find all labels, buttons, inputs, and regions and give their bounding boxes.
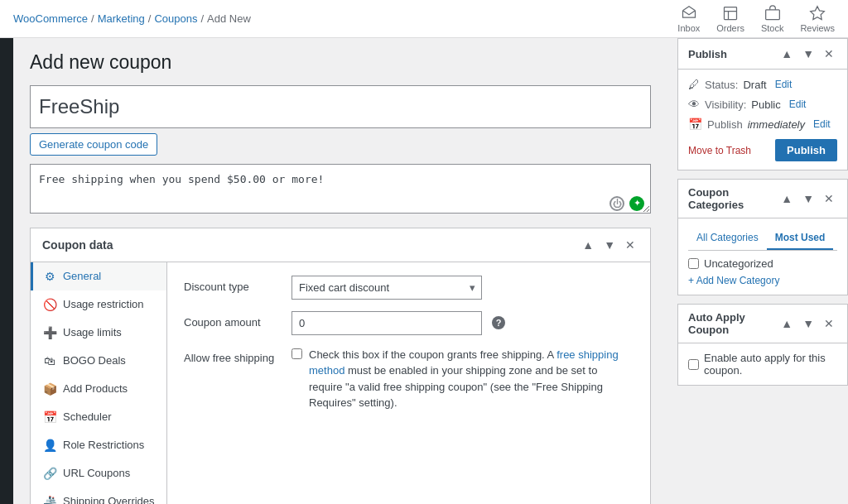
nav-add-products[interactable]: 📦 Add Products <box>31 375 166 403</box>
categories-box-header: Coupon Categories ▲ ▼ ✕ <box>678 180 847 218</box>
free-shipping-row: Allow free shipping Check this box if th… <box>184 347 634 411</box>
nav-shipping-overrides[interactable]: 🚢 Shipping Overrides <box>31 487 166 504</box>
description-power-icon[interactable]: ⏻ <box>610 196 624 211</box>
nav-orders[interactable]: Orders <box>716 5 744 33</box>
category-uncategorized-label: Uncategorized <box>704 257 773 270</box>
publish-button[interactable]: Publish <box>775 139 837 161</box>
auto-apply-close[interactable]: ✕ <box>821 315 837 332</box>
discount-type-field: Percentage discount Fixed cart discount … <box>292 276 634 300</box>
categories-collapse-down[interactable]: ▼ <box>799 190 817 207</box>
add-new-category-link[interactable]: + Add New Category <box>688 275 837 286</box>
usage-limits-icon: ➕ <box>43 326 56 339</box>
free-shipping-method-link[interactable]: free shipping method <box>309 348 619 377</box>
main-wrapper: Add new coupon Generate coupon code Free… <box>13 38 848 504</box>
shipping-overrides-icon: 🚢 <box>43 495 56 504</box>
free-shipping-field: Check this box if the coupon grants free… <box>292 347 634 411</box>
publish-close[interactable]: ✕ <box>821 46 837 62</box>
coupon-amount-row: Coupon amount ? <box>184 311 634 335</box>
auto-apply-collapse-down[interactable]: ▼ <box>799 315 817 332</box>
auto-apply-checkbox[interactable] <box>688 359 699 370</box>
status-edit-link[interactable]: Edit <box>775 79 793 90</box>
add-products-icon: 📦 <box>43 382 56 396</box>
publish-time-edit-link[interactable]: Edit <box>813 118 831 130</box>
tab-most-used[interactable]: Most Used <box>767 227 834 250</box>
coupon-data-section: Coupon data ▲ ▼ ✕ ⚙ General 🚫 Usage r <box>30 228 651 504</box>
help-icon: ? <box>492 316 505 329</box>
description-wrapper: Free shipping when you spend $50.00 or m… <box>30 164 651 216</box>
free-shipping-label: Allow free shipping <box>184 347 292 364</box>
coupon-data-body: ⚙ General 🚫 Usage restriction ➕ Usage li… <box>31 262 650 504</box>
discount-type-label: Discount type <box>184 276 292 293</box>
visibility-value: Public <box>751 98 780 111</box>
status-icon: 🖊 <box>688 78 700 91</box>
nav-usage-limits[interactable]: ➕ Usage limits <box>31 319 166 347</box>
visibility-icon: 👁 <box>688 98 700 111</box>
status-row: 🖊 Status: Draft Edit <box>688 78 837 91</box>
coupon-amount-label: Coupon amount <box>184 311 292 329</box>
status-value: Draft <box>743 79 766 91</box>
discount-type-select[interactable]: Percentage discount Fixed cart discount … <box>292 276 482 300</box>
nav-stock[interactable]: Stock <box>761 5 784 33</box>
coupon-code-input[interactable] <box>30 85 651 128</box>
category-uncategorized-checkbox[interactable] <box>688 258 699 269</box>
coupon-data-header: Coupon data ▲ ▼ ✕ <box>31 228 650 262</box>
generate-coupon-button[interactable]: Generate coupon code <box>30 133 157 156</box>
auto-apply-collapse-up[interactable]: ▲ <box>778 315 796 332</box>
usage-restriction-icon: 🚫 <box>43 298 56 311</box>
categories-collapse-up[interactable]: ▲ <box>778 190 796 207</box>
nav-inbox[interactable]: Inbox <box>677 5 700 33</box>
bogo-icon: 🛍 <box>43 354 56 367</box>
svg-rect-0 <box>725 7 737 19</box>
nav-bogo-deals[interactable]: 🛍 BOGO Deals <box>31 347 166 375</box>
publish-time: immediately <box>748 118 805 131</box>
publish-row: Move to Trash Publish <box>688 139 837 161</box>
categories-close[interactable]: ✕ <box>821 190 837 207</box>
nav-general[interactable]: ⚙ General <box>31 262 166 290</box>
auto-apply-label: Enable auto apply for this coupon. <box>704 352 837 377</box>
auto-apply-box: Auto Apply Coupon ▲ ▼ ✕ Enable auto appl… <box>677 304 848 386</box>
breadcrumb-current: Add New <box>207 12 251 25</box>
nav-reviews[interactable]: Reviews <box>800 5 835 33</box>
coupon-data-title: Coupon data <box>42 238 113 252</box>
coupon-nav: ⚙ General 🚫 Usage restriction ➕ Usage li… <box>31 262 167 504</box>
collapse-down-button[interactable]: ▼ <box>600 237 619 253</box>
close-button[interactable]: ✕ <box>622 237 638 253</box>
svg-rect-1 <box>765 9 779 19</box>
breadcrumb: WooCommerce / Marketing / Coupons / Add … <box>13 12 251 25</box>
visibility-edit-link[interactable]: Edit <box>789 98 807 110</box>
calendar-icon: 📅 <box>688 118 702 131</box>
auto-apply-checkbox-row: Enable auto apply for this coupon. <box>688 352 837 377</box>
breadcrumb-marketing[interactable]: Marketing <box>98 12 145 25</box>
publish-box-controls: ▲ ▼ ✕ <box>778 46 837 62</box>
nav-scheduler[interactable]: 📅 Scheduler <box>31 403 166 431</box>
category-uncategorized: Uncategorized <box>688 257 837 270</box>
publish-box-header: Publish ▲ ▼ ✕ <box>678 39 847 70</box>
publish-collapse-up[interactable]: ▲ <box>778 46 796 62</box>
status-label: Status: <box>705 79 738 91</box>
move-to-trash-link[interactable]: Move to Trash <box>688 145 751 156</box>
visibility-label: Visibility: <box>705 98 746 111</box>
auto-apply-box-body: Enable auto apply for this coupon. <box>678 343 847 385</box>
scheduler-icon: 📅 <box>43 410 56 424</box>
publish-box: Publish ▲ ▼ ✕ 🖊 Status: Draft Edit 👁 Vis… <box>677 38 848 170</box>
coupon-amount-input[interactable] <box>292 311 482 335</box>
breadcrumb-coupons[interactable]: Coupons <box>154 12 197 25</box>
description-ai-icon[interactable]: ✦ <box>629 196 644 211</box>
tab-all-categories[interactable]: All Categories <box>688 227 767 250</box>
collapse-up-button[interactable]: ▲ <box>579 237 597 253</box>
top-bar: WooCommerce / Marketing / Coupons / Add … <box>0 0 848 38</box>
discount-type-select-wrapper: Percentage discount Fixed cart discount … <box>292 276 482 300</box>
breadcrumb-woocommerce[interactable]: WooCommerce <box>13 12 88 25</box>
categories-box-title: Coupon Categories <box>688 186 778 211</box>
nav-role-restrictions[interactable]: 👤 Role Restrictions <box>31 431 166 459</box>
page-title: Add new coupon <box>30 51 651 74</box>
nav-usage-restriction[interactable]: 🚫 Usage restriction <box>31 290 166 319</box>
free-shipping-checkbox[interactable] <box>292 348 302 359</box>
publish-collapse-down[interactable]: ▼ <box>799 46 817 62</box>
free-shipping-text: Check this box if the coupon grants free… <box>309 347 634 411</box>
description-textarea[interactable]: Free shipping when you spend $50.00 or m… <box>30 164 651 214</box>
main-content: Add new coupon Generate coupon code Free… <box>13 38 667 504</box>
general-icon: ⚙ <box>43 270 56 283</box>
free-shipping-checkbox-row: Check this box if the coupon grants free… <box>292 347 634 411</box>
nav-url-coupons[interactable]: 🔗 URL Coupons <box>31 459 166 487</box>
